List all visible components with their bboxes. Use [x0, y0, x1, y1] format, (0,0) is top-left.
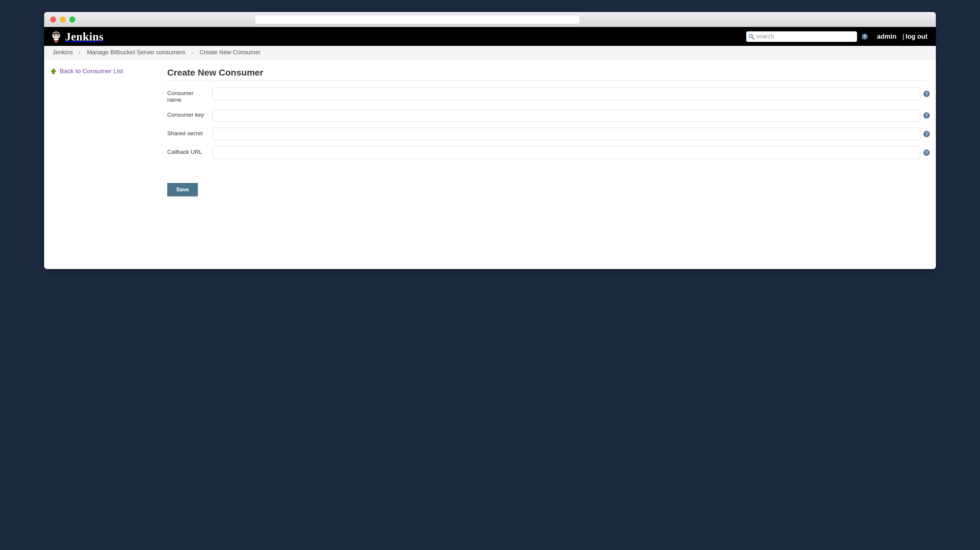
help-icon[interactable]: ?	[923, 149, 930, 156]
jenkins-header: Jenkins ? admin | log out	[44, 27, 936, 46]
header-links: admin | log out	[877, 33, 928, 41]
main-area: Back to Consumer List Create New Consume…	[44, 59, 936, 269]
svg-point-6	[750, 35, 752, 37]
form-row-callback-url: Callback URL ?	[167, 146, 930, 159]
help-icon[interactable]: ?	[923, 90, 930, 97]
consumer-key-input[interactable]	[212, 109, 920, 122]
jenkins-logo-icon	[49, 30, 63, 43]
search-box[interactable]	[746, 31, 857, 42]
back-to-consumer-list-link[interactable]: Back to Consumer List	[50, 68, 155, 74]
logout-link[interactable]: log out	[905, 33, 928, 40]
traffic-lights	[50, 16, 75, 22]
jenkins-logo-text: Jenkins	[65, 30, 103, 43]
url-bar[interactable]	[255, 15, 580, 24]
jenkins-logo[interactable]: Jenkins	[49, 30, 103, 43]
svg-line-7	[752, 38, 754, 39]
callback-url-label: Callback URL	[167, 146, 209, 155]
breadcrumb-item-create[interactable]: Create New Consumer	[200, 49, 261, 56]
svg-rect-4	[54, 39, 59, 40]
consumer-name-label: Consumer name	[167, 87, 209, 103]
svg-text:?: ?	[925, 150, 928, 155]
help-icon[interactable]: ?	[923, 131, 930, 137]
search-input[interactable]	[756, 33, 855, 40]
breadcrumb-item-jenkins[interactable]: Jenkins	[52, 49, 73, 56]
window-minimize-icon[interactable]	[60, 16, 66, 22]
svg-text:?: ?	[864, 34, 866, 39]
form-row-consumer-name: Consumer name ?	[167, 87, 930, 103]
browser-chrome	[44, 12, 936, 27]
search-icon	[748, 33, 755, 40]
window-close-icon[interactable]	[50, 16, 56, 22]
browser-window: Jenkins ? admin | log out Jenkins	[44, 12, 936, 269]
chevron-right-icon: ▸	[192, 50, 194, 55]
consumer-key-label: Consumer key	[167, 109, 209, 118]
form-row-consumer-key: Consumer key ?	[167, 109, 930, 122]
shared-secret-input[interactable]	[212, 128, 920, 140]
chevron-right-icon: ▸	[79, 50, 81, 55]
back-link-label: Back to Consumer List	[60, 68, 123, 74]
save-row: Save	[167, 183, 930, 197]
content: Create New Consumer Consumer name ? Cons…	[161, 59, 936, 269]
window-maximize-icon[interactable]	[69, 16, 75, 22]
arrow-up-icon	[50, 68, 57, 74]
shared-secret-label: Shared secret	[167, 128, 209, 137]
user-link[interactable]: admin	[877, 33, 897, 41]
help-icon[interactable]: ?	[861, 33, 868, 40]
consumer-name-input[interactable]	[212, 87, 920, 100]
svg-text:?: ?	[925, 113, 928, 118]
svg-point-1	[54, 35, 55, 36]
svg-text:?: ?	[925, 132, 928, 136]
svg-text:?: ?	[925, 92, 928, 96]
callback-url-input[interactable]	[212, 146, 920, 159]
save-button[interactable]: Save	[167, 183, 198, 197]
help-icon[interactable]: ?	[923, 112, 930, 119]
breadcrumb-item-manage[interactable]: Manage Bitbucket Server consumers	[87, 49, 186, 56]
sidebar: Back to Consumer List	[44, 59, 161, 269]
page-title: Create New Consumer	[167, 68, 930, 81]
breadcrumb: Jenkins ▸ Manage Bitbucket Server consum…	[44, 46, 936, 59]
header-separator: | log out	[902, 33, 928, 41]
svg-point-2	[57, 35, 58, 36]
form-row-shared-secret: Shared secret ?	[167, 128, 930, 140]
